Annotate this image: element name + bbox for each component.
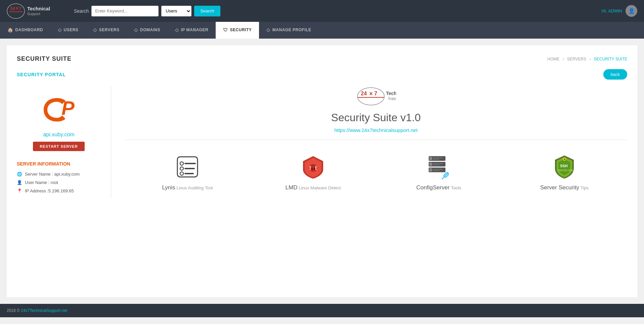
svg-text:×: ×	[369, 90, 373, 97]
brand-logo-icon: 24 × 7 Technical Support	[356, 86, 396, 106]
tool-lynis[interactable]: Lynis Linux Auditing Tool	[157, 153, 218, 191]
logo-icon: 24 × 7	[7, 3, 25, 19]
footer: 2018 © 24x7TechnicalSupport.net	[0, 304, 644, 317]
right-panel: 24 × 7 Technical Support Security Suite …	[111, 86, 627, 198]
server-name-icon: 🌐	[17, 172, 22, 177]
lmd-label: LMD Linux Malware Detect	[283, 184, 343, 191]
lynis-icon	[176, 155, 199, 179]
server-info-title: SERVER INFORMATION	[17, 161, 101, 167]
svg-rect-33	[433, 159, 439, 159]
server-security-label: Server Security Tips	[534, 184, 595, 191]
manage-profile-icon: ◇	[266, 27, 270, 33]
lynis-icon-wrapper	[174, 153, 201, 180]
search-type-select[interactable]: Users Servers Domains	[161, 6, 191, 16]
page-title-row: SECURITY SUITE HOME › SERVERS › SECURITY…	[17, 55, 627, 62]
nav-item-users[interactable]: ◇ USERS	[50, 22, 86, 39]
restart-server-button[interactable]: RESTART SERVER	[33, 142, 84, 151]
brand-logo: 24 × 7 Technical Support	[125, 86, 627, 106]
dashboard-icon: 🏠	[7, 27, 13, 33]
logo-area: 24 × 7 Technical Support	[7, 3, 60, 19]
nav-item-manage-profile[interactable]: ◇ MANAGE PROFILE	[259, 22, 318, 39]
search-input[interactable]	[91, 6, 159, 16]
lynis-label: Lynis Linux Auditing Tool	[157, 184, 218, 191]
logo-text: Technical Support	[27, 6, 50, 16]
footer-link[interactable]: 24x7TechnicalSupport.net	[21, 308, 67, 313]
suite-url[interactable]: https://www.24x7technicalsupport.net	[125, 127, 627, 133]
greeting-label: HI, ADMIN	[602, 8, 622, 13]
svg-text:PROTECTION: PROTECTION	[558, 169, 573, 172]
left-panel: P api.xuby.com RESTART SERVER SERVER INF…	[17, 86, 111, 198]
security-icon: 🛡	[223, 27, 228, 33]
breadcrumb-home[interactable]: HOME	[547, 57, 559, 61]
search-button[interactable]: Search	[194, 6, 220, 16]
breadcrumb-servers[interactable]: SERVERS	[567, 57, 586, 61]
user-name-icon: 👤	[17, 180, 22, 185]
svg-rect-39	[429, 168, 432, 172]
back-button[interactable]: back	[603, 69, 627, 80]
server-name-item: 🌐 Server Name : api.xuby.com	[17, 172, 101, 177]
content-divider	[125, 140, 627, 140]
configserver-icon-wrapper	[425, 153, 452, 180]
avatar: 👤	[626, 5, 637, 17]
domains-icon: ◇	[134, 27, 138, 33]
server-security-icon: SSH PROTECTION ★	[553, 154, 576, 180]
user-name-item: 👤 User Name : root	[17, 180, 101, 185]
svg-text:7: 7	[374, 91, 377, 96]
nav-item-dashboard[interactable]: 🏠 DASHBOARD	[0, 22, 50, 39]
nav-item-domains[interactable]: ◇ DOMAINS	[127, 22, 168, 39]
footer-copyright: 2018 ©	[7, 308, 20, 313]
svg-text:Technical: Technical	[386, 91, 396, 96]
svg-text:SSH: SSH	[560, 164, 568, 168]
brand-center: 24 × 7 Technical Support Security Suite …	[125, 86, 627, 133]
configserver-label: ConfigServer Tools	[409, 184, 469, 191]
svg-rect-40	[433, 169, 443, 170]
svg-point-16	[180, 167, 183, 170]
cpanel-logo-icon: P	[39, 93, 79, 127]
svg-text:7: 7	[19, 6, 21, 11]
svg-text:24: 24	[361, 91, 367, 96]
suite-title: Security Suite v1.0	[125, 111, 627, 124]
svg-rect-32	[433, 157, 443, 158]
svg-rect-36	[433, 163, 443, 164]
svg-text:24: 24	[10, 6, 15, 11]
svg-text:Support: Support	[388, 97, 396, 100]
svg-point-18	[180, 172, 183, 175]
main-content: SECURITY SUITE HOME › SERVERS › SECURITY…	[7, 45, 637, 297]
nav-item-servers[interactable]: ◇ SERVERS	[86, 22, 127, 39]
search-label: Search	[74, 8, 89, 14]
tool-configserver[interactable]: ConfigServer Tools	[409, 153, 469, 191]
header-right: HI, ADMIN 👤	[602, 5, 637, 17]
users-icon: ◇	[58, 27, 62, 33]
nav-item-ip-manager[interactable]: ◇ IP MANAGER	[168, 22, 216, 39]
servers-icon: ◇	[93, 27, 97, 33]
svg-line-43	[442, 177, 444, 179]
ip-address-icon: 📍	[17, 188, 22, 193]
tool-server-security[interactable]: SSH PROTECTION ★ Server Security Tips	[534, 153, 595, 191]
lmd-icon	[301, 154, 325, 180]
tool-lmd[interactable]: LMD Linux Malware Detect	[283, 153, 343, 191]
svg-rect-41	[433, 170, 439, 171]
svg-text:×: ×	[15, 5, 18, 11]
breadcrumb-current: SECURITY SUITE	[594, 57, 627, 61]
ip-address-item: 📍 IP Address :5.196.169.65	[17, 188, 101, 193]
svg-rect-31	[429, 157, 432, 160]
svg-rect-35	[429, 163, 432, 166]
breadcrumb: HOME › SERVERS › SECURITY SUITE	[547, 57, 627, 61]
lmd-icon-wrapper	[300, 153, 327, 180]
configserver-icon	[425, 154, 452, 180]
svg-point-14	[180, 162, 183, 165]
page-title: SECURITY SUITE	[17, 55, 72, 62]
header: 24 × 7 Technical Support Search Users Se…	[0, 0, 644, 22]
search-area: Search Users Servers Domains Search	[74, 6, 220, 16]
server-domain: api.xuby.com	[17, 132, 101, 138]
security-portal-header: SECURITY PORTAL back	[17, 69, 627, 80]
svg-rect-37	[433, 165, 439, 165]
nav-item-security[interactable]: 🛡 SECURITY	[216, 22, 259, 39]
svg-text:P: P	[61, 97, 75, 119]
main-nav: 🏠 DASHBOARD ◇ USERS ◇ SERVERS ◇ DOMAINS …	[0, 22, 644, 39]
ip-manager-icon: ◇	[175, 27, 179, 33]
content-body: P api.xuby.com RESTART SERVER SERVER INF…	[17, 86, 627, 198]
cpanel-logo: P	[17, 93, 101, 127]
server-security-icon-wrapper: SSH PROTECTION ★	[551, 153, 578, 180]
security-portal-label: SECURITY PORTAL	[17, 72, 66, 77]
